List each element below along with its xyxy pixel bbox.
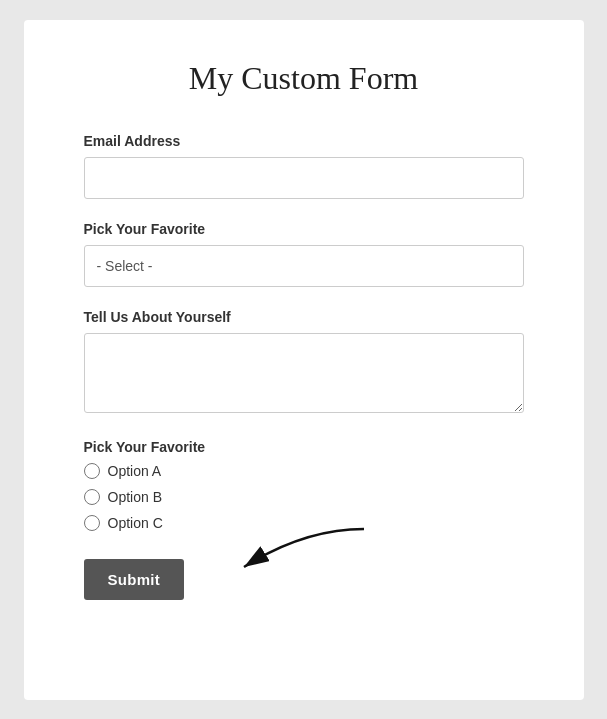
email-input[interactable] xyxy=(84,157,524,199)
select-label: Pick Your Favorite xyxy=(84,221,524,237)
select-wrapper: - Select - Option A Option B Option C xyxy=(84,245,524,287)
favorite-select[interactable]: - Select - Option A Option B Option C xyxy=(84,245,524,287)
select-group: Pick Your Favorite - Select - Option A O… xyxy=(84,221,524,287)
form-card: My Custom Form Email Address Pick Your F… xyxy=(24,20,584,700)
form-title: My Custom Form xyxy=(84,60,524,97)
radio-item-c[interactable]: Option C xyxy=(84,515,524,531)
email-group: Email Address xyxy=(84,133,524,199)
submit-area: Submit xyxy=(84,559,524,600)
textarea-group: Tell Us About Yourself xyxy=(84,309,524,417)
textarea-label: Tell Us About Yourself xyxy=(84,309,524,325)
radio-label-a: Option A xyxy=(108,463,162,479)
submit-button[interactable]: Submit xyxy=(84,559,185,600)
radio-input-c[interactable] xyxy=(84,515,100,531)
radio-item-a[interactable]: Option A xyxy=(84,463,524,479)
radio-item-b[interactable]: Option B xyxy=(84,489,524,505)
radio-group: Option A Option B Option C xyxy=(84,463,524,531)
radio-label-b: Option B xyxy=(108,489,162,505)
radio-input-a[interactable] xyxy=(84,463,100,479)
radio-label-c: Option C xyxy=(108,515,163,531)
radio-label: Pick Your Favorite xyxy=(84,439,524,455)
radio-input-b[interactable] xyxy=(84,489,100,505)
about-textarea[interactable] xyxy=(84,333,524,413)
radio-group-container: Pick Your Favorite Option A Option B Opt… xyxy=(84,439,524,531)
email-label: Email Address xyxy=(84,133,524,149)
